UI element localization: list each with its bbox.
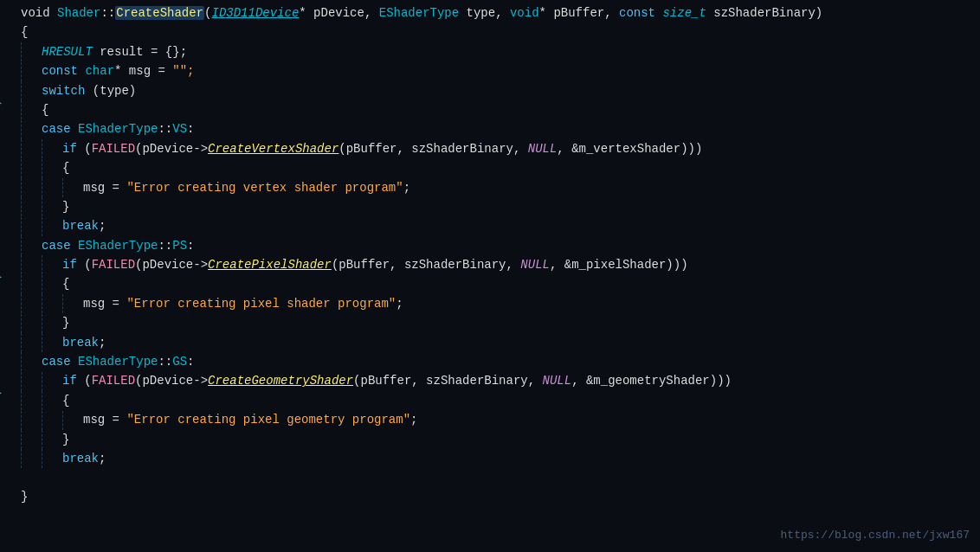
code-token: EShaderType: [78, 239, 158, 253]
line-content: {: [16, 391, 973, 410]
code-token: case: [42, 239, 78, 253]
code-token: ;: [410, 413, 417, 427]
code-token: if: [62, 258, 84, 272]
line-content: msg = "Error creating pixel shader progr…: [16, 294, 973, 313]
code-token: * msg =: [114, 64, 172, 78]
code-line: }: [0, 430, 980, 449]
code-line: }: [0, 197, 980, 216]
code-token: }: [62, 200, 69, 214]
line-content: }: [16, 487, 973, 506]
code-token: * pBuffer,: [539, 6, 619, 20]
line-content: case EShaderType::GS:: [16, 352, 973, 371]
code-line: ▶switch (type): [0, 81, 980, 100]
line-content: case EShaderType::PS:: [16, 236, 973, 255]
code-line: msg = "Error creating vertex shader prog…: [0, 178, 980, 197]
code-token: :: [187, 355, 194, 369]
code-line: case EShaderType::PS:: [0, 236, 980, 255]
code-token: (type): [85, 84, 136, 98]
code-line: HRESULT result = {};: [0, 42, 980, 61]
code-line: }: [0, 487, 980, 506]
code-token: , &m_vertexShader))): [557, 142, 702, 156]
code-token: {: [21, 25, 28, 39]
line-content: HRESULT result = {};: [16, 42, 973, 61]
code-token: (pBuffer, szShaderBinary,: [338, 142, 527, 156]
code-token: break: [62, 219, 99, 233]
code-token: (pDevice->: [135, 142, 208, 156]
code-token: if: [62, 142, 84, 156]
line-content: break;: [16, 216, 973, 235]
code-token: "Error creating pixel geometry program": [126, 413, 410, 427]
code-token: PS: [172, 239, 187, 253]
code-token: void: [510, 6, 539, 20]
code-token: szShaderBinary): [706, 6, 822, 20]
code-token: char: [85, 64, 114, 78]
code-token: VS: [172, 122, 187, 136]
code-token: "Error creating pixel shader program": [126, 297, 396, 311]
code-token: }: [62, 433, 69, 446]
line-content: }: [16, 313, 973, 332]
line-content: if (FAILED(pDevice->CreatePixelShader(pB…: [16, 255, 973, 274]
code-line: {: [0, 100, 980, 119]
code-token: GS: [172, 355, 187, 369]
code-token: msg =: [83, 413, 126, 427]
code-token: case: [42, 122, 78, 136]
line-content: {: [16, 274, 973, 293]
code-token: * pDevice,: [299, 6, 378, 20]
code-token: :: [187, 122, 194, 136]
code-line: break;: [0, 333, 980, 352]
line-content: void Shader::CreateShader(ID3D11Device* …: [16, 3, 973, 22]
code-token: case: [42, 355, 78, 369]
code-token: (: [84, 374, 91, 388]
code-token: ;: [403, 181, 410, 195]
code-token: HRESULT: [42, 45, 93, 59]
code-token: FAILED: [92, 258, 135, 272]
code-token: ;: [99, 219, 106, 233]
code-line: msg = "Error creating pixel shader progr…: [0, 294, 980, 313]
code-token: :: [187, 239, 194, 253]
code-token: switch: [42, 84, 85, 98]
code-line: ▶if (FAILED(pDevice->CreatePixelShader(p…: [0, 255, 980, 274]
code-token: , &m_pixelShader))): [550, 258, 688, 272]
code-line: break;: [0, 216, 980, 235]
line-content: switch (type): [16, 81, 973, 100]
code-line: break;: [0, 449, 980, 468]
code-line: msg = "Error creating pixel geometry pro…: [0, 410, 980, 429]
watermark: https://blog.csdn.net/jxw167: [781, 527, 970, 545]
code-token: size_t: [662, 6, 706, 20]
code-token: type,: [459, 6, 510, 20]
code-token: ;: [99, 452, 106, 465]
code-token: , &m_geometryShader))): [571, 374, 732, 388]
code-token: {: [62, 277, 69, 291]
code-token: {: [62, 394, 69, 408]
code-token: const: [619, 6, 662, 20]
code-token: Shader: [57, 6, 100, 20]
code-token: ::: [158, 355, 172, 369]
code-line: ▶if (FAILED(pDevice->CreateGeometryShade…: [0, 371, 980, 390]
code-line: const char* msg = "";: [0, 61, 980, 80]
code-token: (pDevice->: [135, 374, 208, 388]
code-token: {: [42, 103, 48, 117]
code-line: {: [0, 391, 980, 410]
line-content: }: [16, 430, 973, 449]
line-content: msg = "Error creating vertex shader prog…: [16, 178, 973, 197]
line-content: {: [16, 22, 973, 42]
code-token: ::: [100, 6, 115, 20]
code-token: break: [62, 452, 99, 465]
code-token: }: [21, 490, 28, 504]
code-token: FAILED: [92, 374, 135, 388]
code-token: FAILED: [92, 142, 135, 156]
line-content: }: [16, 197, 973, 216]
code-token: "Error creating vertex shader program": [126, 181, 403, 195]
code-token: (pBuffer, szShaderBinary,: [332, 258, 520, 272]
code-token: msg =: [83, 297, 126, 311]
line-content: break;: [16, 333, 973, 352]
line-content: if (FAILED(pDevice->CreateVertexShader(p…: [16, 139, 973, 158]
code-line: [0, 468, 980, 487]
line-content: {: [16, 158, 973, 177]
code-token: ::: [158, 239, 172, 253]
code-line: {: [0, 274, 980, 293]
code-token: void: [21, 6, 57, 20]
code-token: (: [84, 142, 91, 156]
code-token: EShaderType: [379, 6, 459, 20]
line-content: if (FAILED(pDevice->CreateGeometryShader…: [16, 371, 973, 390]
